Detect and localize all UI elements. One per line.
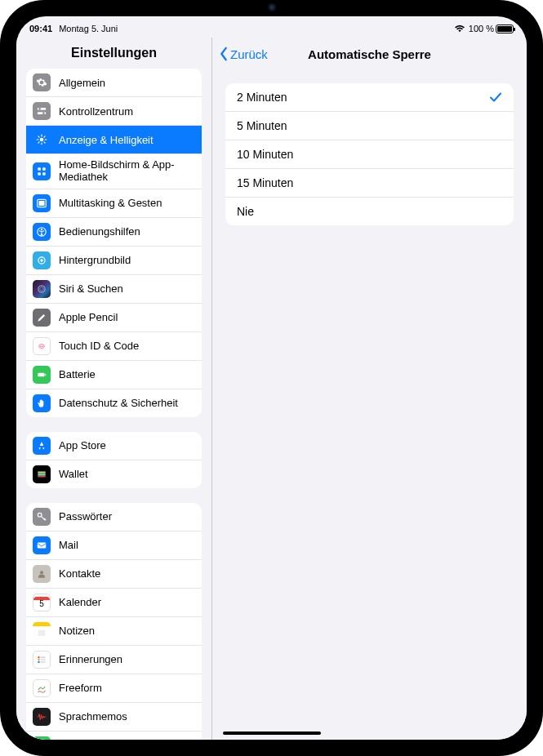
sidebar-item-label: Sprachmemos (59, 710, 194, 723)
sidebar-item-label: Touch ID & Code (59, 340, 194, 352)
detail-title: Automatische Sperre (308, 47, 431, 61)
envelope-icon (33, 536, 51, 554)
sidebar-item-notes[interactable]: Notizen (26, 616, 202, 645)
option-10-min[interactable]: 10 Minuten (225, 140, 514, 168)
sidebar-item-wallpaper[interactable]: Hintergrundbild (26, 246, 202, 274)
pencil-icon (33, 309, 51, 327)
svg-point-22 (40, 259, 43, 262)
svg-point-3 (42, 112, 45, 114)
option-5-min[interactable]: 5 Minuten (225, 111, 514, 140)
screen: 09:41 Montag 5. Juni 100 % Einstellungen (16, 16, 527, 740)
detail-header: Zurück Automatische Sperre (212, 38, 527, 70)
status-bar: 09:41 Montag 5. Juni 100 % (16, 16, 527, 38)
home-indicator[interactable] (223, 732, 321, 735)
svg-rect-30 (38, 476, 45, 478)
auto-lock-options: 2 Minuten 5 Minuten 10 Minuten 15 Minute… (225, 83, 514, 225)
sidebar-group-general: Allgemein Kontrollzentrum (26, 69, 202, 417)
notes-icon (33, 622, 51, 640)
svg-line-10 (44, 142, 45, 143)
svg-rect-15 (38, 172, 41, 176)
messages-icon (33, 736, 51, 740)
svg-point-33 (40, 571, 43, 574)
svg-point-2 (38, 108, 41, 110)
svg-rect-26 (45, 374, 46, 376)
sidebar-item-reminders[interactable]: Erinnerungen (26, 645, 202, 674)
contacts-icon (33, 565, 51, 583)
status-date: Montag 5. Juni (59, 24, 118, 33)
sidebar-scroll[interactable]: Allgemein Kontrollzentrum (16, 69, 211, 740)
freeform-icon (33, 679, 51, 697)
sidebar-title: Einstellungen (16, 38, 211, 69)
sidebar-item-display-brightness[interactable]: Anzeige & Helligkeit (26, 125, 202, 153)
chevron-left-icon (219, 47, 229, 61)
sidebar-item-label: Batterie (59, 368, 194, 380)
svg-point-38 (38, 659, 39, 660)
sidebar-item-label: Kalender (59, 596, 194, 608)
sidebar-item-control-center[interactable]: Kontrollzentrum (26, 96, 202, 125)
sidebar-item-apple-pencil[interactable]: Apple Pencil (26, 303, 202, 331)
device-frame: 09:41 Montag 5. Juni 100 % Einstellungen (0, 0, 543, 756)
svg-rect-25 (38, 373, 44, 377)
sidebar-item-touch-id[interactable]: Touch ID & Code (26, 331, 202, 360)
svg-point-23 (38, 286, 45, 292)
svg-rect-32 (38, 542, 47, 548)
sidebar-item-label: Home-Bildschirm & App-Mediathek (59, 159, 194, 184)
sidebar-item-label: Anzeige & Helligkeit (59, 134, 194, 146)
sliders-icon (33, 102, 51, 120)
sidebar-item-label: Notizen (59, 625, 194, 637)
sidebar-item-label: Kontrollzentrum (59, 105, 194, 118)
back-label: Zurück (230, 47, 268, 61)
option-label: Nie (237, 205, 254, 218)
option-label: 15 Minuten (237, 176, 293, 189)
svg-rect-16 (42, 172, 46, 176)
option-2-min[interactable]: 2 Minuten (225, 83, 514, 111)
back-button[interactable]: Zurück (219, 38, 268, 70)
svg-line-12 (44, 136, 45, 137)
svg-rect-27 (38, 471, 45, 473)
svg-rect-13 (38, 167, 41, 171)
sidebar-item-app-store[interactable]: App Store (26, 432, 202, 460)
svg-line-11 (38, 142, 39, 143)
sidebar-item-privacy[interactable]: Datenschutz & Sicherheit (26, 389, 202, 417)
sidebar-item-accessibility[interactable]: Bedienungshilfen (26, 217, 202, 246)
svg-rect-28 (38, 473, 45, 474)
sidebar-item-label: Erinnerungen (59, 653, 194, 665)
sidebar-item-voice-memos[interactable]: Sprachmemos (26, 702, 202, 731)
svg-point-37 (38, 656, 39, 658)
sidebar-item-calendar[interactable]: 5 Kalender (26, 588, 202, 616)
sidebar-item-passwords[interactable]: Passwörter (26, 503, 202, 531)
sidebar-item-home-screen[interactable]: Home-Bildschirm & App-Mediathek (26, 153, 202, 189)
sidebar-item-label: App Store (59, 439, 194, 451)
key-icon (33, 508, 51, 526)
sidebar-item-contacts[interactable]: Kontakte (26, 559, 202, 588)
voice-memos-icon (33, 708, 51, 726)
sidebar-item-label: Siri & Suchen (59, 282, 194, 295)
sidebar-item-siri[interactable]: Siri & Suchen (26, 274, 202, 303)
sidebar-item-multitasking[interactable]: Multitasking & Gesten (26, 189, 202, 217)
sidebar-item-wallet[interactable]: Wallet (26, 460, 202, 488)
svg-rect-14 (42, 167, 46, 171)
siri-icon (33, 280, 51, 298)
option-label: 2 Minuten (237, 91, 287, 104)
sidebar-group-apps: Passwörter Mail Kontakte (26, 503, 202, 740)
option-never[interactable]: Nie (225, 197, 514, 225)
apps-grid-icon (33, 162, 51, 180)
sidebar-item-messages[interactable]: Nachrichten (26, 731, 202, 740)
sidebar-item-label: Hintergrundbild (59, 254, 194, 266)
checkmark-icon (489, 91, 502, 104)
sidebar-item-freeform[interactable]: Freeform (26, 674, 202, 702)
svg-point-4 (40, 138, 44, 142)
sidebar-item-label: Kontakte (59, 567, 194, 580)
sidebar-item-label: Nachrichten (59, 739, 194, 740)
sidebar-item-general[interactable]: Allgemein (26, 69, 202, 96)
sidebar-item-label: Multitasking & Gesten (59, 197, 194, 209)
wifi-icon (454, 24, 465, 33)
calendar-icon: 5 (33, 594, 51, 611)
option-15-min[interactable]: 15 Minuten (225, 168, 514, 197)
detail-pane: Zurück Automatische Sperre 2 Minuten 5 M… (212, 38, 527, 740)
app-store-icon (33, 437, 51, 455)
settings-sidebar: Einstellungen Allgemein (16, 38, 212, 740)
sidebar-item-battery[interactable]: Batterie (26, 360, 202, 389)
fingerprint-icon (33, 337, 51, 355)
sidebar-item-mail[interactable]: Mail (26, 531, 202, 559)
